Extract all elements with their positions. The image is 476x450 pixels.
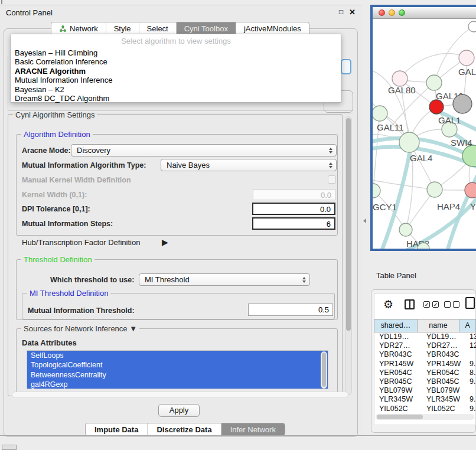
apply-button[interactable]: Apply — [158, 404, 200, 417]
aracne-mode-label: Aracne Mode: — [22, 146, 71, 155]
kernel-width-field[interactable]: 0.0 — [253, 189, 335, 200]
table-cell: YLR345W — [374, 395, 421, 404]
network-node-gal4[interactable] — [399, 132, 419, 152]
tab-select[interactable]: Select — [139, 22, 176, 35]
table-cell: YIL052C — [374, 405, 421, 413]
column-header-a[interactable]: A — [459, 319, 476, 332]
tab-style[interactable]: Style — [106, 22, 139, 35]
network-node-gal11[interactable] — [373, 106, 387, 121]
bottom-tab-infer-network[interactable]: Infer Network — [221, 423, 285, 435]
network-node-y[interactable] — [465, 182, 476, 198]
algorithm-option-mutual-information-inference[interactable]: Mutual Information Inference — [11, 76, 341, 84]
bottom-tab-impute-data[interactable]: Impute Data — [86, 423, 147, 435]
attributes-scrollbar-thumb[interactable] — [322, 353, 326, 387]
zoom-traffic-light-icon[interactable] — [399, 9, 405, 16]
network-node-hap2[interactable] — [399, 223, 412, 236]
table-cell: YPR145W — [374, 360, 421, 369]
table-row[interactable]: YBR045CYBR045C9. — [374, 377, 476, 386]
attribute-item-gal4rgexp[interactable]: gal4RGexp — [27, 380, 328, 389]
table-cell: YBR043C — [421, 350, 467, 359]
network-node[interactable] — [429, 100, 444, 114]
minimize-traffic-light-icon[interactable] — [389, 9, 395, 16]
algorithm-option-aracne-algorithm[interactable]: ARACNE Algorithm — [11, 67, 341, 76]
network-window-titlebar[interactable] — [373, 7, 476, 19]
network-node[interactable] — [468, 21, 476, 32]
unchecked-checkbox-icon[interactable] — [444, 301, 451, 308]
table-row[interactable]: YDL19…YDL19…13 — [374, 332, 476, 341]
algorithm-option-basic-correlation-inference[interactable]: Basic Correlation Inference — [11, 57, 341, 66]
collapsed-arrow-icon[interactable]: ▶ — [162, 237, 168, 247]
close-icon[interactable]: ✕ — [349, 8, 356, 17]
table-cell — [467, 386, 476, 395]
bottom-tab-discretize-data[interactable]: Discretize Data — [147, 423, 220, 435]
split-columns-icon[interactable] — [405, 299, 415, 309]
tab-network[interactable]: Network — [51, 22, 106, 35]
table-cell: YER054C — [374, 369, 421, 377]
table-cell: YBL079W — [421, 386, 467, 395]
node-label-gal1: GAL1 — [438, 115, 461, 125]
algorithm-dropdown-placeholder: Select algorithm to view settings — [11, 34, 341, 48]
mi-algorithm-type-select[interactable]: Naive Bayes — [161, 159, 337, 171]
network-canvas[interactable]: GALGAL80GAL10GAL1SWI4GAL11GAL4GCY1HAP4YH… — [373, 19, 476, 249]
table-row[interactable]: YBR043CYBR043C — [374, 350, 476, 359]
table-cell: YBR043C — [374, 350, 421, 359]
mi-steps-field[interactable]: 6 — [252, 217, 335, 230]
attribute-item-selfloops[interactable]: SelfLoops — [27, 351, 328, 360]
node-label-gal4: GAL4 — [410, 153, 432, 163]
tab-cyni-toolbox[interactable]: Cyni Toolbox — [176, 22, 236, 35]
table-cell: YDL19… — [421, 332, 467, 341]
column-header-shared[interactable]: shared… — [374, 319, 418, 332]
algorithm-dropdown-popup: Select algorithm to view settings Bayesi… — [11, 34, 341, 103]
settings-scrollbar-thumb[interactable] — [346, 118, 351, 331]
algorithm-combo-focus-fragment[interactable] — [341, 59, 351, 74]
expanded-arrow-icon[interactable]: ▼ — [129, 324, 137, 333]
sources-group-title[interactable]: Sources for Network Inference ▼ — [21, 324, 139, 333]
table-header-row: shared…nameA — [374, 319, 476, 332]
checked-checkbox-icon[interactable]: ✓ — [432, 301, 439, 308]
float-window-icon[interactable]: □ — [339, 8, 343, 16]
column-header-name[interactable]: name — [418, 319, 460, 332]
attribute-item-betweennesscentrality[interactable]: BetweennessCentrality — [27, 370, 328, 380]
network-node-hap4[interactable] — [427, 182, 442, 197]
tab-label: jActiveMNodules — [244, 24, 301, 33]
attribute-item-topologicalcoefficient[interactable]: TopologicalCoefficient — [27, 360, 328, 370]
network-node-gal10[interactable] — [426, 75, 442, 90]
algorithm-option-bayesian-k2[interactable]: Bayesian – K2 — [11, 85, 341, 94]
which-threshold-select[interactable]: MI Threshold — [139, 273, 310, 286]
manual-kernel-width-checkbox[interactable] — [328, 175, 336, 184]
mi-steps-label: Mutual Information Steps: — [22, 220, 113, 228]
node-label-y: Y — [470, 201, 476, 211]
bottom-left-mini-button[interactable] — [2, 445, 17, 450]
new-document-icon[interactable] — [465, 297, 475, 309]
table-row[interactable]: YPR145WYPR145W9. — [374, 360, 476, 369]
network-node-gal[interactable] — [459, 50, 474, 66]
which-threshold-label: Which threshold to use: — [50, 276, 134, 284]
unchecked-checkbox-icon[interactable] — [453, 301, 459, 308]
table-row[interactable]: YBL079WYBL079W — [374, 386, 476, 395]
hub-tf-definition-label[interactable]: Hub/Transcription Factor Definition — [22, 238, 140, 247]
algorithm-option-bayesian-hill-climbing[interactable]: Bayesian – Hill Climbing — [11, 48, 341, 57]
table-row[interactable]: YER054CYER054C8. — [374, 369, 476, 377]
table-row[interactable]: YIL052CYIL052C9. — [374, 405, 476, 413]
control-panel: Control Panel □ ✕ NetworkStyleSelectCyni… — [0, 5, 361, 436]
table-row[interactable]: YLR345WYLR345W9. — [374, 395, 476, 404]
table-cell: YER054C — [421, 369, 467, 377]
panel-splitter-handle[interactable] — [363, 219, 366, 223]
settings-gear-icon[interactable]: ⚙ — [383, 298, 393, 311]
settings-hscrollbar[interactable] — [12, 392, 348, 398]
tab-jactivemnodules[interactable]: jActiveMNodules — [236, 22, 309, 35]
checked-checkbox-icon[interactable]: ✓ — [423, 301, 430, 308]
network-node-gal80[interactable] — [392, 71, 407, 86]
mi-threshold-field[interactable]: 0.5 — [248, 304, 333, 316]
table-cell: 9. — [467, 360, 476, 369]
table-row[interactable]: YDR27…YDR27…12 — [374, 341, 476, 350]
table-hscrollbar-thumb[interactable] — [377, 415, 423, 419]
algorithm-option-dream8-dc-tdc-algorithm[interactable]: Dream8 DC_TDC Algorithm — [11, 94, 341, 103]
aracne-mode-select[interactable]: Discovery — [71, 144, 337, 156]
control-panel-title: Control Panel — [6, 8, 53, 17]
table-cell: 13 — [467, 332, 476, 341]
network-node[interactable] — [453, 94, 472, 113]
close-traffic-light-icon[interactable] — [379, 9, 385, 16]
dpi-tolerance-field[interactable]: 0.0 — [252, 203, 335, 215]
data-attributes-list[interactable]: SelfLoopsTopologicalCoefficientBetweenne… — [27, 350, 328, 389]
